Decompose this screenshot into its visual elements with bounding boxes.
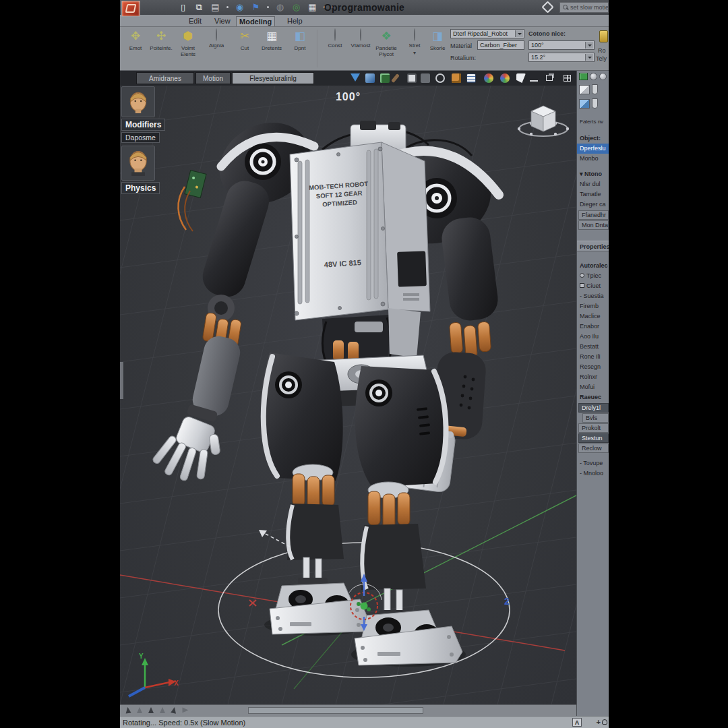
maximize-button[interactable] bbox=[564, 75, 571, 82]
queue-item[interactable]: Reclow bbox=[578, 444, 609, 453]
prop-item[interactable]: - Suestia bbox=[577, 291, 609, 301]
toolbar-button-aignia[interactable]: Aignia bbox=[202, 29, 231, 69]
prop-item[interactable]: Enabor bbox=[577, 322, 609, 332]
object-select[interactable]: Dterl Ripedal_Robot bbox=[450, 29, 524, 38]
tab-motion[interactable]: Motion bbox=[195, 72, 231, 84]
queue-item[interactable]: Prokolt bbox=[578, 423, 609, 433]
checkbox-option[interactable]: Ciuet bbox=[577, 281, 609, 291]
section-motion[interactable]: ▾ Ntono bbox=[577, 169, 609, 179]
properties-header[interactable]: Properties bbox=[577, 241, 609, 251]
prop-item[interactable]: Resegn bbox=[577, 362, 609, 372]
restore-button[interactable] bbox=[546, 75, 553, 81]
keyframe-marker-icon[interactable] bbox=[171, 706, 177, 713]
object-item[interactable]: Monbo bbox=[577, 154, 609, 164]
toolbar-button-const[interactable]: Const bbox=[321, 29, 349, 69]
prop-item[interactable]: Maclice bbox=[577, 311, 609, 322]
toolbar-button-dpnt[interactable]: ◧ Dpnt bbox=[286, 29, 314, 69]
flask-icon[interactable] bbox=[592, 84, 598, 94]
timeline-scrubber[interactable] bbox=[248, 707, 423, 714]
minimize-button[interactable] bbox=[530, 75, 538, 82]
dropdown-arrow-icon[interactable] bbox=[515, 30, 523, 37]
prop-item[interactable]: Aoo Ilu bbox=[577, 332, 609, 342]
modifiers-head-icon[interactable] bbox=[121, 86, 155, 117]
toolbar-separator bbox=[317, 30, 317, 67]
gradient-icon[interactable] bbox=[365, 73, 375, 83]
tab-flesyealuralinlg[interactable]: Flesyealuralinlg bbox=[232, 72, 314, 84]
color-wheel-icon[interactable] bbox=[484, 73, 493, 83]
material-ball-icon[interactable] bbox=[590, 73, 597, 80]
prop-item[interactable]: Rone Ili bbox=[577, 352, 609, 362]
plant-icon[interactable] bbox=[380, 73, 390, 83]
menu-edit[interactable]: Edit bbox=[186, 16, 204, 26]
menu-modeling[interactable]: Modeling bbox=[236, 16, 275, 26]
prop-item[interactable]: Rolnxr bbox=[577, 372, 609, 382]
notification-icon[interactable] bbox=[602, 719, 607, 725]
search-input[interactable]: set slow motient bbox=[559, 2, 609, 13]
bottom-section[interactable]: - Mnoloo bbox=[577, 468, 609, 479]
bottom-section[interactable]: - Tovupe bbox=[577, 458, 609, 468]
dropdown-arrow-icon[interactable] bbox=[585, 42, 593, 49]
viewport-edge-handle[interactable] bbox=[120, 362, 123, 399]
queue-item[interactable]: Bvls bbox=[582, 413, 609, 423]
material-ball-icon-2[interactable] bbox=[599, 73, 607, 80]
display-icon[interactable] bbox=[579, 73, 588, 80]
filter-icon[interactable] bbox=[351, 73, 360, 82]
object-item-selected[interactable]: Dperfeslu bbox=[577, 144, 609, 154]
motion-item[interactable]: Dieger ca bbox=[577, 200, 609, 210]
toolbar-button-volmt[interactable]: ⬢ Volmt Elents bbox=[174, 29, 202, 69]
keyframe-marker-icon[interactable] bbox=[160, 707, 165, 713]
motion-item-button[interactable]: Mon Dnta bbox=[578, 220, 609, 230]
toolbar-button-dretents[interactable]: ▦ Dretents bbox=[257, 29, 286, 69]
queue-item[interactable]: Stestun bbox=[578, 433, 609, 443]
modifier-dropdown[interactable]: Daposme bbox=[121, 132, 160, 143]
scene-icon[interactable] bbox=[579, 99, 590, 109]
geometry-cube-icon[interactable] bbox=[579, 85, 590, 94]
add-icon[interactable]: + bbox=[597, 718, 601, 726]
tab-amidranes[interactable]: Amidranes bbox=[136, 72, 194, 84]
toolbar-button-cut[interactable]: ✂ Cut bbox=[231, 29, 259, 69]
toolbar-button-poitelnfe[interactable]: ✣ Poitelnfe. bbox=[147, 29, 175, 69]
keyframe-marker-icon[interactable] bbox=[137, 707, 142, 713]
prop-item[interactable]: Bestatt bbox=[577, 342, 609, 352]
rotation-field[interactable]: 15.2° bbox=[528, 53, 595, 62]
toolbar-button-vlamost[interactable]: Vlamost bbox=[346, 29, 375, 69]
physics-button[interactable]: Physics bbox=[121, 182, 160, 194]
prop-item[interactable]: Mofui bbox=[577, 382, 609, 392]
keyframe-marker-icon[interactable] bbox=[125, 706, 131, 713]
angle-field[interactable]: 100° bbox=[528, 40, 595, 50]
menu-help[interactable]: Help bbox=[284, 16, 305, 26]
dropdown-arrow-icon[interactable] bbox=[585, 54, 593, 61]
view-cube[interactable] bbox=[518, 106, 569, 136]
physics-head-icon[interactable] bbox=[121, 146, 155, 181]
toolbar-button-emot[interactable]: ✥ Emot bbox=[121, 29, 150, 69]
toolbar-button-pandetie[interactable]: ❖ Pandetie Piycot bbox=[372, 29, 400, 69]
annotation-a-icon[interactable]: A bbox=[572, 718, 582, 727]
table-icon[interactable] bbox=[466, 73, 476, 83]
queue-item-selected[interactable]: Drely1l bbox=[578, 403, 609, 413]
toolbar-button-stret[interactable]: Stret ▾ bbox=[402, 29, 427, 69]
frame-icon[interactable] bbox=[407, 73, 417, 83]
viewport-3d[interactable]: MOB-TECH ROBOT SOFT 12 GEAR OPTIMIZED 48… bbox=[120, 86, 576, 704]
motion-item-button[interactable]: Ffanedhr bbox=[578, 210, 609, 220]
cut-off-yellow-icon[interactable] bbox=[599, 30, 608, 42]
toolbar-button-skorle[interactable]: ◨ Skorle bbox=[426, 29, 449, 69]
material-field[interactable]: Carbon_Fiber bbox=[477, 40, 524, 50]
modifiers-button[interactable]: Modifiers bbox=[121, 119, 165, 131]
menu-view[interactable]: View bbox=[212, 16, 233, 26]
motion-item[interactable]: Nlsr dul bbox=[577, 179, 609, 189]
app-logo-icon[interactable] bbox=[121, 1, 140, 17]
pen-icon[interactable] bbox=[391, 73, 400, 83]
motion-item[interactable]: Tamatle bbox=[577, 189, 609, 200]
robot-model[interactable]: MOB-TECH ROBOT SOFT 12 GEAR OPTIMIZED 48… bbox=[149, 107, 504, 665]
prop-item[interactable]: Firemb bbox=[577, 301, 609, 311]
flask-icon-2[interactable] bbox=[592, 98, 598, 109]
package-icon[interactable] bbox=[452, 73, 461, 83]
radio-option[interactable]: Tpiec bbox=[577, 271, 609, 281]
keyframe-marker-icon[interactable] bbox=[183, 708, 189, 713]
lasso-icon[interactable] bbox=[435, 73, 445, 83]
color-wheel-icon-2[interactable] bbox=[500, 73, 510, 83]
region-icon[interactable] bbox=[421, 73, 430, 83]
keyframe-marker-icon[interactable] bbox=[148, 707, 154, 713]
partial-label-1: Ro bbox=[598, 47, 606, 54]
transform-icon[interactable] bbox=[516, 73, 526, 83]
